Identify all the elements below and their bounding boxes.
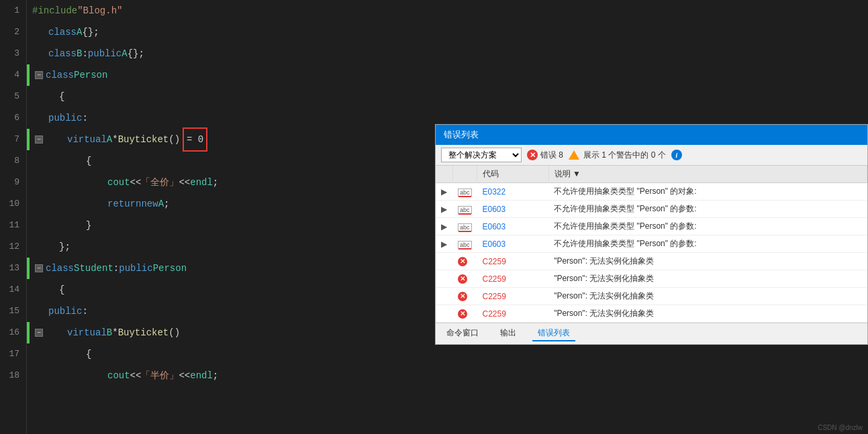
row-code: E0603 xyxy=(477,218,549,235)
row-code: E0603 xyxy=(477,235,549,253)
row-expand xyxy=(436,288,452,305)
footer-tab-cmd[interactable]: 命令窗口 xyxy=(441,326,484,341)
line-num-13: 13 xyxy=(7,258,19,279)
highlight-equals-zero: = 0 xyxy=(183,127,207,152)
token-func-16: Buyticket xyxy=(118,322,169,343)
token-endl-18: endl xyxy=(190,365,213,386)
token-return-10: return xyxy=(107,193,141,215)
row-desc: 不允许使用抽象类类型 "Person" 的参数: xyxy=(548,218,867,235)
table-row[interactable]: ▶ abc E0603 不允许使用抽象类类型 "Person" 的参数: xyxy=(436,201,867,218)
error-table-header: 代码 说明 ▼ xyxy=(436,166,867,183)
error-panel-footer: 命令窗口 输出 错误列表 xyxy=(436,323,867,344)
token-public-15: public xyxy=(48,301,82,322)
error-panel-title: 错误列表 xyxy=(444,129,479,140)
table-row[interactable]: ✕ C2259 "Person": 无法实例化抽象类 xyxy=(436,270,867,288)
watermark: CSDN @dnzlw xyxy=(818,424,863,431)
line-num-2: 2 xyxy=(7,21,19,43)
token-cout-9: cout xyxy=(107,172,130,193)
token-str-18: 「半价」 xyxy=(141,365,179,386)
line-num-5: 5 xyxy=(7,86,19,107)
code-line-18: cout << 「半价」 << endl ; xyxy=(27,365,868,386)
error-panel-toolbar: 整个解决方案 ✕ 错误 8 展示 1 个警告中的 0 个 i xyxy=(436,145,867,166)
token-type-b-16: B xyxy=(107,322,112,343)
code-line-1: #include"Blog.h" xyxy=(27,0,868,21)
row-expand xyxy=(436,253,452,270)
code-line-3: class B:public A{}; xyxy=(27,43,868,64)
row-desc: "Person": 无法实例化抽象类 xyxy=(548,288,867,305)
error-table-body: ▶ abc E0322 不允许使用抽象类类型 "Person" 的对象: ▶ a… xyxy=(436,183,867,323)
line-num-17: 17 xyxy=(7,343,19,365)
token-class-kw-2: class xyxy=(48,21,77,43)
row-desc: "Person": 无法实例化抽象类 xyxy=(548,270,867,288)
line-num-14: 14 xyxy=(7,279,19,301)
row-code: E0603 xyxy=(477,201,549,218)
collapse-icon-16[interactable]: − xyxy=(35,329,43,337)
row-code: C2259 xyxy=(477,288,549,305)
row-icon: ✕ xyxy=(452,305,477,323)
row-icon: ✕ xyxy=(452,288,477,305)
collapse-icon-13[interactable]: − xyxy=(35,264,43,272)
collapse-icon-7[interactable]: − xyxy=(35,135,43,144)
row-icon: abc xyxy=(452,235,477,253)
row-icon: abc xyxy=(452,201,477,218)
row-code: C2259 xyxy=(477,253,549,270)
code-line-17: { xyxy=(27,343,868,365)
line-num-7: 7 xyxy=(7,129,19,150)
table-row[interactable]: ✕ C2259 "Person": 无法实例化抽象类 xyxy=(436,253,867,270)
table-row[interactable]: ▶ abc E0603 不允许使用抽象类类型 "Person" 的参数: xyxy=(436,235,867,253)
line-numbers: 1 2 3 4 5 6 7 8 9 10 11 12 13 14 15 16 1… xyxy=(0,0,27,434)
col-code: 代码 xyxy=(477,166,549,183)
line-num-6: 6 xyxy=(7,107,19,129)
row-expand: ▶ xyxy=(436,183,452,201)
row-icon: abc xyxy=(452,218,477,235)
token-virtual-7: virtual xyxy=(67,129,107,150)
token-class-person-13: Person xyxy=(153,258,187,279)
footer-tab-errors[interactable]: 错误列表 xyxy=(532,326,575,341)
line-num-16: 16 xyxy=(7,322,19,343)
error-icon: ✕ xyxy=(527,150,538,160)
token-public-6: public xyxy=(48,107,82,129)
row-desc: 不允许使用抽象类类型 "Person" 的对象: xyxy=(548,183,867,201)
error-panel: 错误列表 整个解决方案 ✕ 错误 8 展示 1 个警告中的 0 个 i xyxy=(435,124,868,345)
token-func-7: Buyticket xyxy=(118,129,169,150)
line-num-8: 8 xyxy=(7,150,19,172)
table-row[interactable]: ✕ C2259 "Person": 无法实例化抽象类 xyxy=(436,305,867,323)
line-num-1: 1 xyxy=(7,0,19,21)
line-num-3: 3 xyxy=(7,43,19,64)
row-code: C2259 xyxy=(477,270,549,288)
token-brace-close-11: } xyxy=(86,215,91,236)
token-class-kw-3: class xyxy=(48,43,77,64)
token-brace-17: { xyxy=(86,343,91,365)
token-cout-18: cout xyxy=(107,365,130,386)
token-class-student: Student xyxy=(74,258,113,279)
row-icon: ✕ xyxy=(452,253,477,270)
token-class-kw-4: class xyxy=(46,64,74,86)
editor-container: 1 2 3 4 5 6 7 8 9 10 11 12 13 14 15 16 1… xyxy=(0,0,868,434)
token-brace-8: { xyxy=(86,150,91,172)
footer-tab-output[interactable]: 输出 xyxy=(495,326,522,341)
col-icon xyxy=(452,166,477,183)
token-class-kw-13: class xyxy=(46,258,74,279)
line-num-4: 4 xyxy=(7,64,19,86)
table-row[interactable]: ▶ abc E0603 不允许使用抽象类类型 "Person" 的参数: xyxy=(436,218,867,235)
line-num-18: 18 xyxy=(7,365,19,386)
token-include-file: "Blog.h" xyxy=(77,0,122,21)
token-brace-14: { xyxy=(59,279,64,301)
collapse-icon-4[interactable]: − xyxy=(35,71,43,79)
token-brace-5: { xyxy=(59,86,64,107)
table-row[interactable]: ▶ abc E0322 不允许使用抽象类类型 "Person" 的对象: xyxy=(436,183,867,201)
row-icon: abc xyxy=(452,183,477,201)
row-desc: 不允许使用抽象类类型 "Person" 的参数: xyxy=(548,235,867,253)
token-str-9: 「全价」 xyxy=(141,172,179,193)
error-count-badge: ✕ 错误 8 xyxy=(527,150,563,161)
row-code: E0322 xyxy=(477,183,549,201)
row-icon: ✕ xyxy=(452,270,477,288)
row-desc: 不允许使用抽象类类型 "Person" 的参数: xyxy=(548,201,867,218)
token-brace-semi-12: }; xyxy=(59,236,70,258)
token-virtual-16: virtual xyxy=(67,322,107,343)
solution-scope-select[interactable]: 整个解决方案 xyxy=(441,148,522,162)
info-icon: i xyxy=(671,150,682,160)
error-panel-header: 错误列表 xyxy=(436,125,867,145)
table-row[interactable]: ✕ C2259 "Person": 无法实例化抽象类 xyxy=(436,288,867,305)
token-class-a-10: A xyxy=(158,193,164,215)
